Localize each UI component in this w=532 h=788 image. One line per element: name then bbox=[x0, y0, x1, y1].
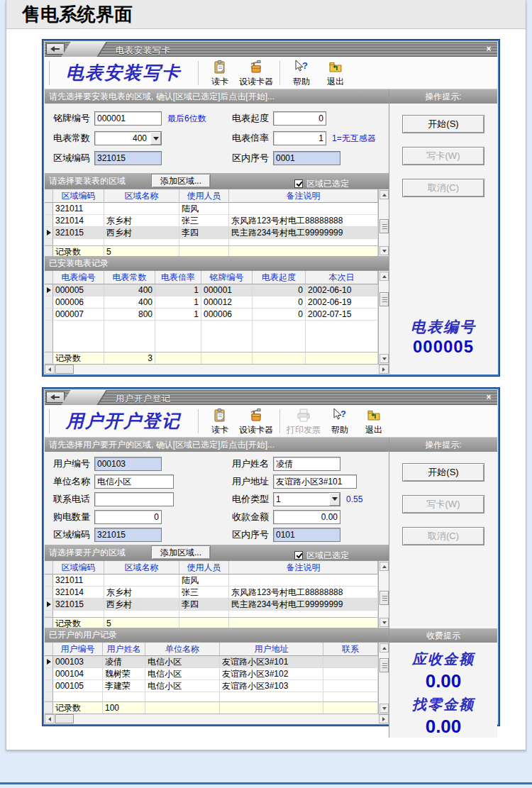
field-label: 用户地址 bbox=[232, 475, 273, 488]
user-section-bar: 已开户的用户记录 bbox=[45, 628, 389, 642]
table-row[interactable]: 000007 800 1 000006 0 2002-07-15 bbox=[45, 309, 378, 321]
area-code-field: 321015 bbox=[94, 151, 162, 165]
toolbar-separator bbox=[279, 61, 280, 85]
table-row[interactable]: 000006 400 1 000012 0 2002-06-19 bbox=[45, 296, 378, 309]
vertical-scrollbar[interactable] bbox=[378, 271, 389, 364]
scrollbar-thumb[interactable] bbox=[379, 219, 389, 233]
main-area: 请先选择要安装电表的区域, 确认[区域已选定]后点击[开始]... 铭牌编号 0… bbox=[45, 89, 389, 374]
meter-form: 铭牌编号 000001 最后6位数 电表起度 0 电表常数 bbox=[45, 104, 389, 173]
exit-button[interactable]: 退出 bbox=[321, 60, 350, 87]
scroll-up-button[interactable] bbox=[379, 272, 389, 281]
purchase-quantity-field[interactable]: 0 bbox=[94, 510, 162, 524]
tools-icon bbox=[248, 408, 264, 425]
scroll-up-button[interactable] bbox=[379, 190, 389, 199]
scroll-up-button[interactable] bbox=[379, 643, 389, 653]
operation-panel: 操作提示: 开始(S) 写卡(W) 取消(C) 电表编号 000005 bbox=[389, 89, 497, 374]
table-row[interactable]: 321011 陆风 bbox=[45, 203, 378, 215]
table-row-selected[interactable]: 000005 400 1 000001 0 2002-06-10 bbox=[45, 284, 378, 296]
vertical-scrollbar[interactable] bbox=[378, 643, 389, 714]
user-number-field: 000103 bbox=[94, 457, 162, 471]
read-card-button[interactable]: 读卡 bbox=[205, 408, 235, 435]
scrollbar-thumb[interactable] bbox=[379, 591, 389, 605]
scrollbar-thumb[interactable] bbox=[55, 365, 74, 374]
nameplate-number-field[interactable]: 000001 bbox=[94, 111, 162, 126]
price-hint: 0.55 bbox=[346, 494, 362, 504]
clipboard-icon bbox=[212, 60, 228, 77]
area-table: 区域编码 区域名称 使用人员 备注说明 321011 陆风 bbox=[45, 189, 389, 256]
add-area-button[interactable]: 添加区域... bbox=[151, 545, 211, 560]
chevron-down-icon[interactable] bbox=[329, 493, 340, 506]
table-header-row: 用户编号 用户姓名 单位名称 用户地址 联系 bbox=[45, 643, 378, 656]
user-address-field[interactable]: 友谊路小区3#101 bbox=[273, 475, 357, 489]
help-button[interactable]: ? 帮助 bbox=[287, 60, 316, 87]
write-card-button: 写卡(W) bbox=[402, 495, 484, 514]
page: 售电系统界面 电表安装写卡 × 电表安装写卡 读卡 bbox=[0, 0, 532, 788]
table-row[interactable]: 000105 李建荣 电信小区 友谊路小区3#103 bbox=[45, 680, 378, 692]
field-label: 铭牌编号 bbox=[53, 112, 94, 125]
start-button[interactable]: 开始(S) bbox=[402, 115, 484, 133]
table-row[interactable]: 000104 魏树荣 电信小区 友谊路小区3#102 bbox=[45, 668, 378, 680]
meter-constant-dropdown[interactable]: 400 bbox=[94, 131, 162, 145]
field-label: 用户姓名 bbox=[232, 457, 273, 470]
scroll-down-button[interactable] bbox=[379, 618, 389, 627]
toolbar: 用户开户登记 读卡 设读卡器 bbox=[45, 405, 497, 438]
change-amount-label: 找零金额 bbox=[389, 695, 497, 714]
payment-amount-field[interactable]: 0.00 bbox=[273, 510, 340, 524]
scroll-down-button[interactable] bbox=[379, 354, 389, 363]
page-header: 售电系统界面 bbox=[6, 0, 526, 29]
table-row-selected[interactable]: 321015 西乡村 李四 民主路234号村电工99999999 bbox=[45, 227, 378, 239]
account-registration-window: 用户开户登记 × 用户开户登记 读卡 设读卡器 bbox=[42, 387, 500, 726]
user-name-field[interactable]: 凌倩 bbox=[273, 457, 340, 471]
scrollbar-thumb[interactable] bbox=[55, 714, 74, 723]
checkbox-check-icon bbox=[294, 179, 303, 188]
close-button[interactable]: × bbox=[483, 392, 494, 403]
window-title: 用户开户登记 bbox=[116, 393, 171, 405]
start-reading-field[interactable]: 0 bbox=[273, 111, 326, 126]
horizontal-scrollbar[interactable] bbox=[45, 714, 389, 723]
set-reader-button[interactable]: 设读卡器 bbox=[239, 408, 273, 435]
start-button[interactable]: 开始(S) bbox=[402, 463, 484, 482]
table-row-selected[interactable]: 000103 凌倩 电信小区 友谊路小区3#101 bbox=[45, 656, 378, 668]
scroll-left-button[interactable] bbox=[45, 714, 55, 723]
scroll-right-button[interactable] bbox=[379, 714, 389, 723]
fee-panel-header: 收费提示 bbox=[389, 628, 497, 643]
scroll-down-button[interactable] bbox=[379, 246, 389, 255]
set-reader-button[interactable]: 设读卡器 bbox=[239, 60, 273, 87]
scroll-left-button[interactable] bbox=[45, 365, 55, 374]
read-card-button[interactable]: 读卡 bbox=[205, 60, 235, 87]
chevron-down-icon[interactable] bbox=[150, 132, 161, 145]
clipboard-icon bbox=[212, 408, 228, 425]
scroll-down-button[interactable] bbox=[379, 704, 389, 713]
table-row-selected[interactable]: 321015 西乡村 李四 民主路234号村电工99999999 bbox=[45, 599, 378, 611]
serial-number-field: 0001 bbox=[273, 151, 340, 165]
change-amount-value: 0.00 bbox=[389, 716, 497, 738]
add-area-button[interactable]: 添加区域... bbox=[151, 174, 211, 188]
close-button[interactable]: × bbox=[483, 44, 494, 55]
table-row[interactable]: 321011 陆风 bbox=[45, 575, 378, 587]
print-invoice-button: 打印发票 bbox=[287, 408, 321, 435]
meter-table: 电表编号 电表常数 电表倍率 铭牌编号 电表起度 本次日 000005 400 … bbox=[45, 270, 389, 364]
scroll-right-button[interactable] bbox=[379, 365, 389, 374]
table-row[interactable]: 321014 东乡村 张三 东风路123号村电工88888888 bbox=[45, 215, 378, 227]
vertical-scrollbar[interactable] bbox=[378, 189, 389, 256]
toolbar-separator bbox=[279, 409, 280, 433]
price-type-dropdown[interactable]: 1 bbox=[273, 492, 340, 506]
meter-ratio-field[interactable]: 1 bbox=[273, 131, 326, 145]
contact-phone-field[interactable] bbox=[94, 492, 174, 506]
scrollbar-thumb[interactable] bbox=[379, 292, 389, 306]
scrollbar-thumb[interactable] bbox=[379, 658, 389, 672]
help-cursor-icon: ? bbox=[294, 60, 309, 77]
unit-name-field[interactable]: 电信小区 bbox=[94, 475, 174, 489]
table-row[interactable]: 321014 东乡村 张三 东风路123号村电工88888888 bbox=[45, 587, 378, 599]
vertical-scrollbar[interactable] bbox=[378, 561, 389, 628]
exit-folder-icon bbox=[366, 408, 382, 425]
titlebar[interactable]: 电表安装写卡 × bbox=[45, 42, 497, 57]
help-button[interactable]: ? 帮助 bbox=[325, 408, 355, 435]
titlebar[interactable]: 用户开户登记 × bbox=[45, 390, 497, 405]
exit-folder-icon bbox=[328, 60, 343, 77]
horizontal-scrollbar[interactable] bbox=[45, 364, 389, 374]
exit-button[interactable]: 退出 bbox=[359, 408, 389, 435]
scroll-up-button[interactable] bbox=[379, 562, 389, 571]
empty-row bbox=[45, 692, 378, 701]
content-card: 售电系统界面 电表安装写卡 × 电表安装写卡 读卡 bbox=[6, 0, 526, 750]
